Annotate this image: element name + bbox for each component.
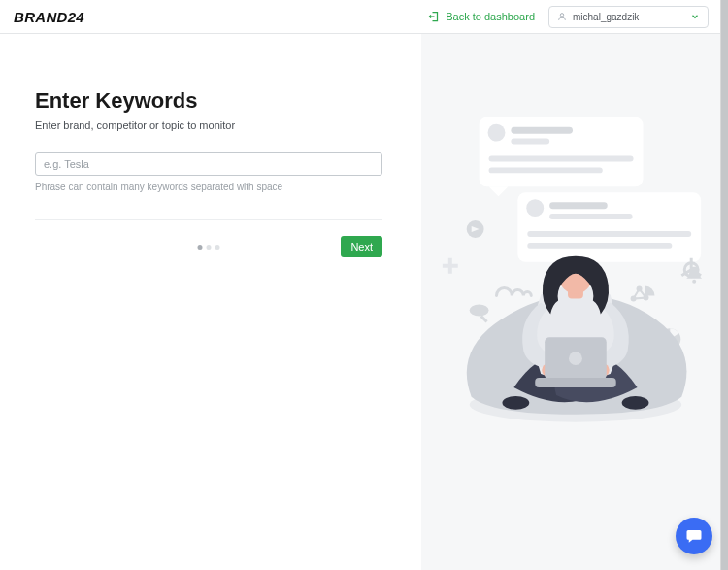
- illustration-panel: [421, 34, 720, 570]
- header-right: Back to dashboard michal_gazdzik: [428, 6, 709, 28]
- back-link-label: Back to dashboard: [446, 11, 535, 22]
- svg-rect-4: [511, 139, 549, 145]
- form-panel: Enter Keywords Enter brand, competitor o…: [0, 34, 421, 570]
- chat-launcher[interactable]: [676, 518, 712, 554]
- svg-rect-10: [549, 214, 632, 219]
- svg-point-2: [488, 124, 506, 142]
- svg-point-8: [526, 199, 544, 217]
- svg-point-21: [622, 396, 649, 410]
- illustration: [421, 79, 720, 446]
- step-dot-2: [207, 245, 212, 250]
- app-header: BRAND24 Back to dashboard michal_gazdzik: [0, 0, 720, 34]
- body: Enter Keywords Enter brand, competitor o…: [0, 34, 720, 570]
- step-dot-3: [215, 245, 220, 250]
- divider: [35, 219, 382, 220]
- svg-rect-5: [489, 155, 634, 161]
- chevron-down-icon: [690, 12, 700, 21]
- step-dot-1: [198, 245, 203, 250]
- svg-rect-12: [527, 243, 672, 249]
- exit-icon: [428, 11, 440, 22]
- page-subtitle: Enter brand, competitor or topic to moni…: [35, 119, 386, 131]
- keyword-input[interactable]: [35, 152, 382, 176]
- step-row: Next: [35, 236, 382, 257]
- scrollbar-thumb[interactable]: [721, 0, 728, 570]
- svg-point-26: [569, 352, 582, 365]
- user-dropdown[interactable]: michal_gazdzik: [548, 6, 709, 28]
- svg-rect-6: [489, 167, 603, 173]
- svg-point-30: [692, 280, 696, 284]
- chat-icon: [685, 527, 703, 545]
- back-to-dashboard-link[interactable]: Back to dashboard: [428, 11, 535, 22]
- svg-rect-7: [517, 192, 701, 262]
- svg-point-0: [560, 14, 563, 17]
- user-icon: [557, 12, 567, 21]
- step-dots: [198, 245, 220, 250]
- svg-rect-11: [527, 231, 691, 237]
- svg-rect-3: [511, 127, 573, 134]
- next-button[interactable]: Next: [341, 236, 382, 257]
- keyword-hint: Phrase can contain many keywords separat…: [35, 182, 386, 192]
- page-title: Enter Keywords: [35, 88, 386, 114]
- svg-rect-25: [535, 378, 615, 387]
- brand-logo: BRAND24: [14, 9, 84, 25]
- svg-rect-9: [549, 202, 608, 209]
- svg-point-20: [502, 396, 529, 410]
- username-label: michal_gazdzik: [573, 12, 639, 22]
